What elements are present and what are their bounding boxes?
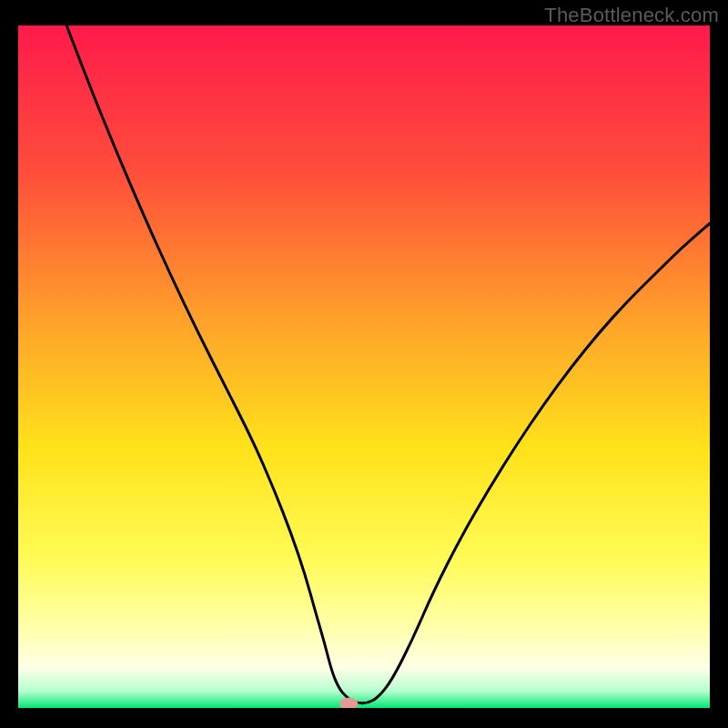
watermark-text: TheBottleneck.com <box>544 4 719 27</box>
plot-area <box>18 25 710 708</box>
chart-background <box>18 25 710 708</box>
chart-svg <box>18 25 710 708</box>
chart-frame: TheBottleneck.com <box>0 0 728 728</box>
